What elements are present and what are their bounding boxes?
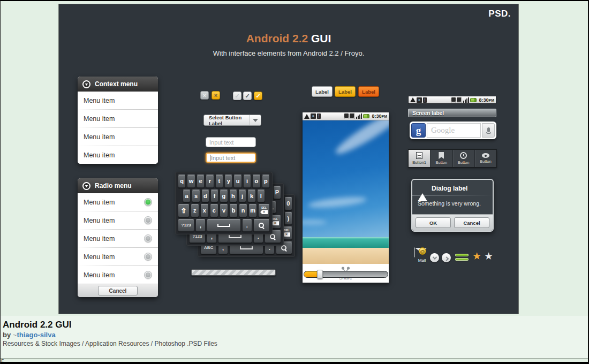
radio-menu-item[interactable]: Menu item [78,193,158,211]
menu-item[interactable]: Menu item [78,128,158,146]
key-p[interactable]: p [262,175,270,188]
toolbar-button-label: Button [480,159,492,164]
text-input-focused[interactable]: Input text [206,153,256,163]
key-y[interactable]: y [224,175,232,188]
radio-menu-item[interactable]: Menu item [78,211,158,229]
menu-item[interactable]: Menu item [78,110,158,127]
menu-item[interactable]: Menu item [78,92,158,109]
key-h[interactable]: h [229,189,237,203]
menu-item[interactable]: Menu item [78,146,158,164]
slider[interactable] [304,271,388,278]
slider-thumb[interactable] [317,270,323,279]
key-f[interactable]: f [210,189,218,203]
toolbar-button-3[interactable]: Button [453,150,475,167]
dialog-title: Dialog label [432,185,467,192]
toolbar-button-4[interactable]: Button [475,150,496,167]
label-button-pressed[interactable]: Label [358,86,379,97]
checkbox-checked[interactable]: ✓ [254,92,262,100]
key-j[interactable]: j [238,189,246,203]
key-)[interactable]: ) [284,212,292,225]
cloud [303,219,327,225]
chevron-down-circle-button[interactable] [430,253,439,262]
key-z[interactable]: z [191,204,199,217]
bluetooth-icon: ᛂ [423,97,427,103]
chevron-right-circle-button[interactable] [442,253,451,262]
key-b[interactable]: b [229,204,238,217]
checkbox-unchecked[interactable]: ✓ [243,92,252,100]
key-q[interactable]: q [178,175,186,188]
showcase-panel: PSD. Android 2.2 GUI With interface elem… [58,4,519,314]
cancel-button[interactable]: Cancel [98,286,138,295]
microphone-button[interactable] [482,123,495,138]
label-button-default[interactable]: Label [312,86,333,97]
mail-app-icon[interactable]: @ Mail [414,248,430,263]
cloud [333,120,389,159]
context-menu-title: Context menu [95,80,138,88]
key-.[interactable]: . [242,219,252,232]
striped-progress-bar [191,269,276,276]
select-button[interactable]: Select Button Label [203,115,261,126]
key-space[interactable] [207,219,241,232]
text-input[interactable]: Input text [206,137,256,147]
radio-button-selected[interactable] [144,198,152,206]
toolbar-button-2[interactable]: Button [431,150,452,167]
screen-label-bar: Screen label [408,109,496,117]
radio-menu-item[interactable]: Menu item [78,230,158,247]
ok-button[interactable]: OK [416,217,451,228]
key-e[interactable]: e [197,175,205,188]
list-icon [416,152,422,159]
x-toggle-off[interactable]: × [200,91,209,100]
key-x[interactable]: x [200,204,209,217]
key-u[interactable]: u [233,175,241,188]
key-t[interactable]: t [215,175,223,188]
key-i[interactable]: i [243,175,251,188]
x-toggle-on[interactable]: × [212,91,220,100]
key-search[interactable] [253,219,270,232]
dialog-cancel-button[interactable]: Cancel [454,217,489,228]
footer-title: Android 2.2 GUI [3,320,588,330]
key-o[interactable]: o [252,175,260,188]
checkbox-disabled[interactable]: ✓ [233,92,241,100]
key-P[interactable]: P [273,186,281,199]
key-0[interactable]: 0 [284,197,292,210]
author-link[interactable]: thiago-silva [17,331,55,339]
key-w[interactable]: w [187,175,195,188]
key-c[interactable]: c [210,204,218,217]
key-del[interactable]: DEL× [258,204,270,217]
menu-circle-arrow-icon: ▼ [82,182,90,190]
key-a[interactable]: a [183,189,191,203]
key-g[interactable]: g [220,189,228,203]
radio-button[interactable] [144,216,152,224]
key-r[interactable]: r [206,175,214,188]
input-placeholder: Input text [211,155,235,161]
sand-band [303,248,389,264]
label-button-focused[interactable]: Label [335,86,356,97]
chevron-down-icon [253,119,258,122]
key-s[interactable]: s [192,189,200,203]
key-k[interactable]: k [247,189,255,203]
key-,[interactable]: , [195,219,206,232]
key-n[interactable]: n [239,204,247,217]
select-arrow-box [249,115,261,125]
key-v[interactable]: v [220,204,228,217]
radio-button[interactable] [144,271,152,279]
star-empty-icon[interactable]: ★ [484,251,493,262]
warning-icon [304,114,309,119]
radio-button[interactable] [144,253,152,261]
star-filled-icon[interactable]: ★ [472,251,481,262]
toolbar-button-1[interactable]: Button1 [409,150,431,167]
key-l[interactable]: l [257,189,265,203]
radio-menu-item[interactable]: Menu item [78,248,158,266]
key-d[interactable]: d [201,189,209,203]
no-signal-icon: × [311,113,316,119]
page-title-accent: Android 2.2 [246,32,308,44]
breadcrumb[interactable]: Resources & Stock Images / Application R… [3,340,588,347]
key-m[interactable]: m [248,204,257,217]
radio-menu-item[interactable]: Menu item [78,266,158,284]
phone-screen: × ᛂ 8:30PM [302,112,389,283]
key-shift[interactable]: ⇧ [178,204,190,217]
google-search-input[interactable]: Google [427,123,481,138]
phone-status-bar: × ᛂ 8:30PM [303,112,389,120]
radio-button[interactable] [144,234,152,242]
key-?123[interactable]: ?123 [178,219,194,232]
